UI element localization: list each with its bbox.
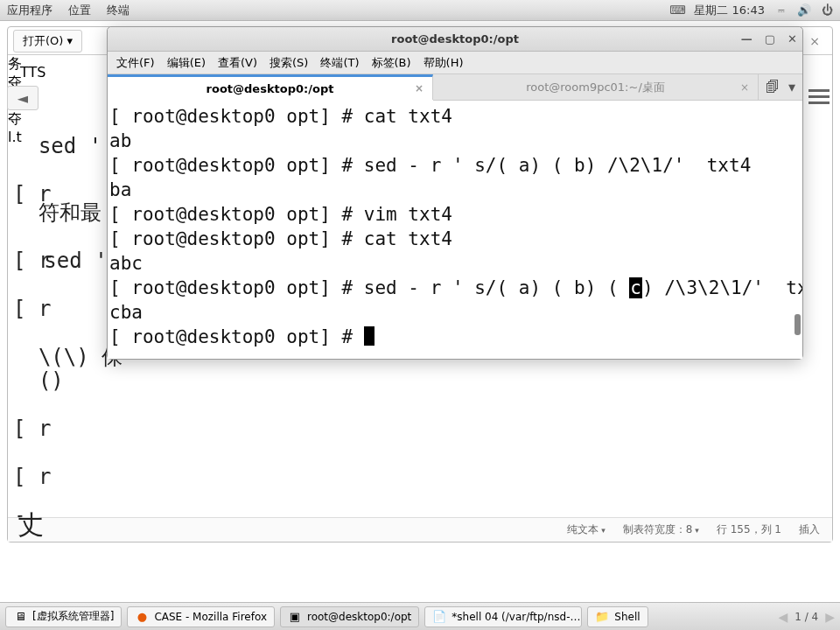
- terminal-line: [ root@desktop0 opt] # sed - r ' s/( a) …: [109, 276, 801, 300]
- terminal-line: ba: [109, 178, 801, 202]
- tab-opt[interactable]: root@desktop0:/opt ×: [108, 74, 433, 100]
- menu-terminal[interactable]: 终端: [107, 3, 130, 18]
- editor-statusbar: 纯文本 制表符宽度：8 行 155，列 1 插入: [8, 517, 832, 542]
- menu-applications[interactable]: 应用程序: [7, 3, 52, 18]
- power-icon[interactable]: ⏻: [821, 4, 833, 17]
- terminal-line: ab: [109, 129, 801, 153]
- workspace-label: 1 / 4: [794, 611, 818, 623]
- terminal-window: root@desktop0:/opt — ▢ ✕ 文件(F) 编辑(E) 查看(…: [107, 26, 803, 360]
- open-button[interactable]: 打开(O) ▾: [13, 30, 82, 52]
- tts-label: TTS: [20, 64, 46, 80]
- menu-places[interactable]: 位置: [68, 3, 91, 18]
- cursor-pos: 行 155，列 1: [717, 522, 781, 537]
- task-gedit[interactable]: 📄 *shell 04 (/var/ftp/nsd-…: [424, 606, 582, 627]
- terminal-line: [ root@desktop0 opt] #: [109, 325, 801, 349]
- insert-mode[interactable]: 插入: [799, 522, 820, 537]
- terminal-line: abc: [109, 251, 801, 276]
- keyboard-icon[interactable]: ⌨: [671, 4, 683, 17]
- copy-tab-icon[interactable]: 🗐: [766, 79, 780, 95]
- task-firefox[interactable]: ● CASE - Mozilla Firefox: [127, 606, 275, 627]
- chevron-right-icon[interactable]: ▶: [825, 610, 835, 624]
- menu-edit[interactable]: 编辑(E): [167, 55, 206, 71]
- cursor: [364, 326, 374, 346]
- close-icon[interactable]: ✕: [788, 32, 797, 46]
- terminal-title: root@desktop0:/opt: [391, 32, 519, 46]
- network-icon[interactable]: ⎓: [775, 4, 788, 17]
- terminal-body[interactable]: [ root@desktop0 opt] # cat txt4 ab [ roo…: [108, 101, 802, 359]
- top-panel: 应用程序 位置 终端 ⌨ 星期二 16:43 ⎓ 🔊 ⏻: [0, 0, 840, 21]
- tab-close-icon[interactable]: ×: [740, 81, 749, 94]
- volume-icon[interactable]: 🔊: [798, 4, 810, 17]
- firefox-icon: ●: [135, 610, 149, 624]
- menu-terminal[interactable]: 终端(T): [320, 55, 359, 71]
- nav-back-button[interactable]: ◄: [7, 86, 38, 110]
- maximize-icon[interactable]: ▢: [765, 32, 775, 46]
- chevron-left-icon[interactable]: ◀: [778, 610, 788, 624]
- bottom-panel: 🖥 [虚拟系统管理器] ● CASE - Mozilla Firefox ▣ r…: [0, 602, 840, 630]
- bg-big-char: 丈: [18, 508, 44, 543]
- terminal-menubar: 文件(F) 编辑(E) 查看(V) 搜索(S) 终端(T) 标签(B) 帮助(H…: [108, 52, 802, 74]
- folder-icon: 📁: [595, 610, 609, 624]
- terminal-tabs: root@desktop0:/opt × root@room9pc01:~/桌面…: [108, 74, 802, 101]
- tab-close-icon[interactable]: ×: [415, 82, 424, 94]
- terminal-titlebar[interactable]: root@desktop0:/opt — ▢ ✕: [108, 27, 802, 52]
- menu-file[interactable]: 文件(F): [116, 55, 155, 71]
- terminal-icon: ▣: [288, 610, 302, 624]
- tab-room9[interactable]: root@room9pc01:~/桌面 ×: [433, 74, 759, 100]
- terminal-line: [ root@desktop0 opt] # cat txt4: [109, 104, 801, 129]
- terminal-scrollbar[interactable]: [794, 101, 801, 359]
- terminal-line: [ root@desktop0 opt] # vim txt4: [109, 202, 801, 227]
- highlighted-char: c: [629, 277, 642, 298]
- hamburger-icon[interactable]: [808, 86, 830, 107]
- minimize-icon[interactable]: —: [741, 32, 752, 46]
- task-terminal[interactable]: ▣ root@desktop0:/opt: [280, 606, 419, 627]
- terminal-line: [ root@desktop0 opt] # sed - r ' s/( a) …: [109, 153, 801, 178]
- menu-search[interactable]: 搜索(S): [270, 55, 308, 71]
- syntax-mode[interactable]: 纯文本: [567, 522, 605, 537]
- terminal-line: cba: [109, 300, 801, 325]
- monitor-icon: 🖥: [13, 610, 27, 624]
- editor-close-icon[interactable]: ×: [802, 32, 827, 50]
- task-virtmanager[interactable]: 🖥 [虚拟系统管理器]: [5, 606, 122, 627]
- menu-tabs[interactable]: 标签(B): [372, 55, 411, 71]
- clock[interactable]: 星期二 16:43: [694, 3, 765, 18]
- menu-help[interactable]: 帮助(H): [424, 55, 464, 71]
- tab-width[interactable]: 制表符宽度：8: [623, 522, 699, 537]
- workspace-switcher[interactable]: ◀ 1 / 4 ▶: [778, 610, 835, 624]
- task-shell[interactable]: 📁 Shell: [587, 606, 648, 627]
- document-icon: 📄: [432, 610, 446, 624]
- tab-dropdown-icon[interactable]: ▾: [788, 79, 795, 95]
- menu-view[interactable]: 查看(V): [218, 55, 257, 71]
- terminal-line: [ root@desktop0 opt] # cat txt4: [109, 227, 801, 251]
